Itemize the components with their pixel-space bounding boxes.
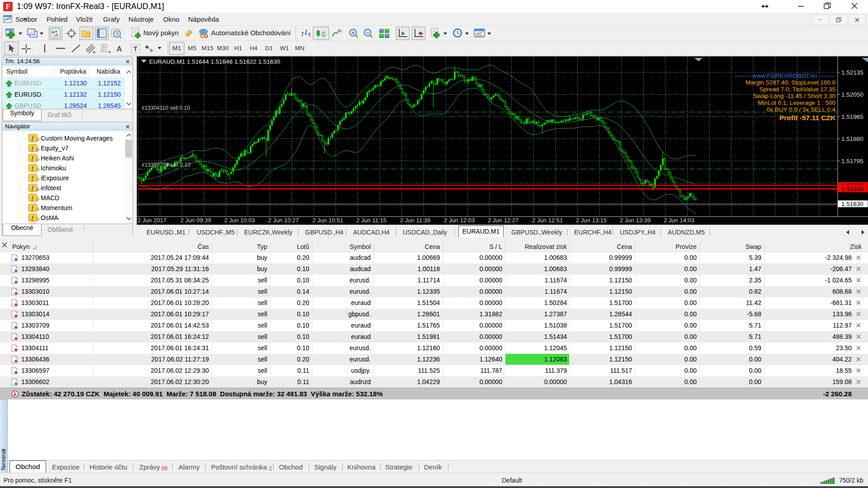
svg-text:T: T: [133, 45, 137, 52]
svg-text:+: +: [351, 29, 355, 36]
svg-text:1.51880: 1.51880: [841, 136, 863, 142]
svg-text:2 Jun 12:03: 2 Jun 12:03: [444, 217, 475, 224]
svg-text:1.51795: 1.51795: [841, 158, 863, 164]
svg-text:1.51630: 1.51630: [841, 201, 863, 207]
svg-text:F: F: [6, 3, 10, 10]
svg-text:#13303709 sell 0.10: #13303709 sell 0.10: [142, 162, 190, 168]
svg-text:0x BUY 0.0 / 3x SELL 0.4: 0x BUY 0.0 / 3x SELL 0.4: [767, 106, 836, 113]
svg-text:2 Jun 13:39: 2 Jun 13:39: [620, 217, 651, 224]
svg-text:-------- www.FOREXROBOT.eu: -------- www.FOREXROBOT.eu --------: [735, 72, 835, 79]
svg-text:2 Jun 10:27: 2 Jun 10:27: [268, 217, 299, 224]
svg-text:2 Jun 13:15: 2 Jun 13:15: [576, 217, 607, 224]
svg-text:EURAUD,M1 1.51644 1.51646 1.5: EURAUD,M1 1.51644 1.51646 1.51622 1.5163…: [149, 58, 280, 65]
svg-text:2 Jun 10:03: 2 Jun 10:03: [224, 217, 255, 224]
svg-text:1.52135: 1.52135: [841, 69, 863, 76]
svg-text:2 Jun 10:51: 2 Jun 10:51: [312, 217, 343, 224]
svg-text:−: −: [366, 29, 369, 36]
svg-text:E: E: [93, 50, 96, 54]
svg-text:2 Jun 11:39: 2 Jun 11:39: [400, 217, 430, 224]
svg-text:1.51689: 1.51689: [841, 186, 863, 192]
svg-text:Profit -57.11 CZK: Profit -57.11 CZK: [779, 114, 836, 122]
svg-text:Spread 7.0; TickValue 17.35: Spread 7.0; TickValue 17.35: [759, 86, 835, 93]
svg-text:2 Jun 14:03: 2 Jun 14:03: [664, 217, 694, 224]
svg-text:#13304110 sell 0.10: #13304110 sell 0.10: [142, 105, 190, 111]
svg-text:1.51965: 1.51965: [841, 113, 863, 120]
svg-text:2 Jun 12:51: 2 Jun 12:51: [532, 217, 563, 224]
svg-text:F: F: [108, 50, 111, 54]
svg-text:Margin 5267.40; StopLevel 100.: Margin 5267.40; StopLevel 100.0: [745, 79, 835, 86]
svg-text:2 Jun 11:15: 2 Jun 11:15: [356, 217, 387, 224]
svg-text:1.52050: 1.52050: [841, 91, 863, 98]
svg-text:2 Jun 2017: 2 Jun 2017: [137, 217, 166, 224]
svg-text:2 Jun 12:27: 2 Jun 12:27: [488, 217, 519, 224]
svg-text:2 Jun 09:39: 2 Jun 09:39: [180, 217, 211, 224]
svg-text:MinLot 0.1; Leverage 1 : 500: MinLot 0.1; Leverage 1 : 500: [758, 99, 835, 106]
svg-text:Swap Long -11.45 / Short 3.30: Swap Long -11.45 / Short 3.30: [753, 93, 835, 99]
